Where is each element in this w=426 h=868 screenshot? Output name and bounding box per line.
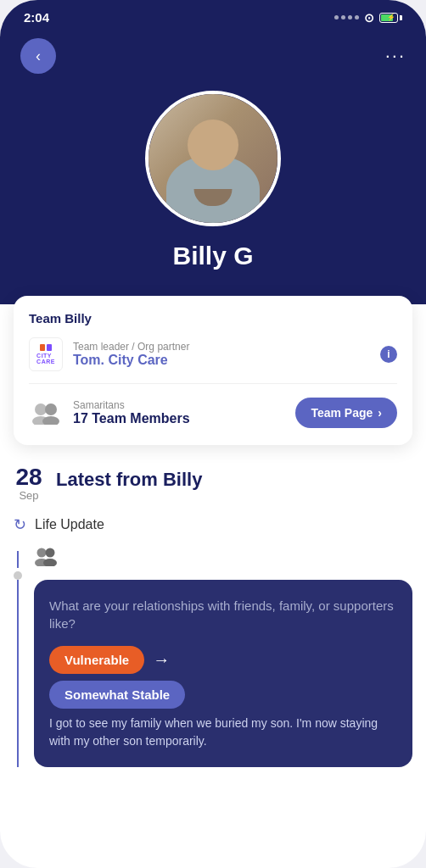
head-shape bbox=[188, 120, 238, 170]
people-icon bbox=[34, 546, 58, 570]
profile-name: Billy G bbox=[172, 242, 253, 270]
update-card: What are your relationships with friends… bbox=[34, 580, 412, 767]
team-members-icon bbox=[29, 396, 63, 430]
divider bbox=[29, 383, 397, 384]
leader-name-colored: City Care bbox=[108, 353, 167, 367]
members-count: 17 Team Members bbox=[73, 411, 285, 426]
svg-point-0 bbox=[35, 403, 47, 415]
status-right: ⊙ ⚡ bbox=[334, 11, 402, 25]
team-page-label: Team Page bbox=[311, 406, 373, 420]
update-timeline-row: What are your relationships with friends… bbox=[14, 546, 412, 767]
samaritans-info: Samaritans 17 Team Members bbox=[73, 399, 285, 426]
svg-point-5 bbox=[46, 548, 55, 558]
wifi-icon: ⊙ bbox=[364, 11, 374, 25]
org-logo-blocks bbox=[40, 344, 52, 351]
timeline-column bbox=[14, 546, 22, 767]
svg-point-1 bbox=[45, 403, 57, 415]
org-block-left bbox=[40, 344, 45, 351]
org-block-right bbox=[47, 344, 52, 351]
signal-icon bbox=[334, 15, 359, 19]
date-block: 28 Sep bbox=[14, 465, 44, 502]
org-text: CITYCARE bbox=[36, 353, 55, 364]
more-options-button[interactable]: ··· bbox=[385, 45, 406, 67]
update-icon-row bbox=[34, 546, 412, 570]
timeline-dot bbox=[14, 571, 22, 580]
chevron-right-icon: › bbox=[378, 406, 382, 420]
status-bar: 2:04 ⊙ ⚡ bbox=[0, 0, 426, 30]
back-icon: ‹ bbox=[36, 47, 41, 65]
update-badges: Vulnerable → bbox=[49, 646, 397, 674]
leader-role: Team leader / Org partner bbox=[73, 341, 370, 353]
timeline-line-top bbox=[17, 551, 19, 568]
leader-name: Tom. City Care bbox=[73, 353, 370, 368]
time-display: 2:04 bbox=[24, 10, 49, 25]
leader-info: Team leader / Org partner Tom. City Care bbox=[73, 341, 370, 368]
update-text: I got to see my family when we buried my… bbox=[49, 715, 397, 750]
update-content: What are your relationships with friends… bbox=[34, 546, 412, 767]
navigation-header: ‹ ··· bbox=[0, 30, 426, 91]
latest-section: 28 Sep Latest from Billy bbox=[0, 445, 426, 515]
date-number: 28 bbox=[15, 465, 42, 489]
leader-name-plain: Tom. bbox=[73, 353, 104, 367]
update-question: What are your relationships with friends… bbox=[49, 597, 397, 632]
team-page-button[interactable]: Team Page › bbox=[295, 398, 397, 428]
info-button[interactable]: i bbox=[380, 346, 397, 363]
life-update-header: ↻ Life Update bbox=[14, 515, 412, 534]
org-logo: CITYCARE bbox=[29, 337, 63, 371]
date-month: Sep bbox=[19, 489, 38, 502]
latest-title: Latest from Billy bbox=[56, 465, 202, 502]
vulnerable-badge: Vulnerable bbox=[49, 646, 144, 674]
team-card: Team Billy CITYCARE Team leader / Org pa… bbox=[14, 296, 412, 445]
team-leader-row: CITYCARE Team leader / Org partner Tom. … bbox=[29, 337, 397, 371]
stable-badge: Somewhat Stable bbox=[49, 681, 185, 709]
timeline-line-bottom bbox=[17, 580, 19, 767]
svg-point-4 bbox=[37, 548, 47, 558]
refresh-icon: ↻ bbox=[14, 515, 26, 534]
avatar bbox=[145, 91, 281, 226]
back-button[interactable]: ‹ bbox=[20, 38, 56, 74]
life-update-section: ↻ Life Update bbox=[0, 515, 426, 767]
battery-icon: ⚡ bbox=[379, 13, 402, 23]
arrow-icon: → bbox=[153, 650, 170, 670]
samaritans-row: Samaritans 17 Team Members Team Page › bbox=[29, 396, 397, 430]
avatar-image bbox=[149, 94, 277, 223]
stable-badge-row: Somewhat Stable bbox=[49, 687, 397, 703]
profile-section: Billy G bbox=[0, 91, 426, 304]
life-update-label: Life Update bbox=[35, 517, 104, 532]
samaritans-label: Samaritans bbox=[73, 399, 285, 411]
team-card-title: Team Billy bbox=[29, 311, 397, 326]
phone-container: 2:04 ⊙ ⚡ ‹ ··· bbox=[0, 0, 426, 868]
more-icon: ··· bbox=[385, 45, 406, 66]
